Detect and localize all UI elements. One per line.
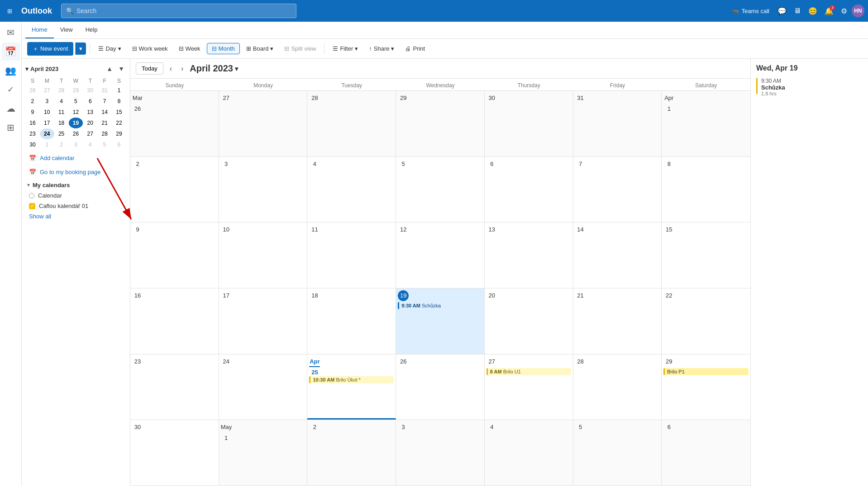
booking-page-link[interactable]: 📅 Go to my booking page: [25, 166, 126, 178]
calendar-cell[interactable]: 17: [219, 288, 308, 354]
mini-cal-day[interactable]: 26: [25, 85, 40, 96]
calendar-cell[interactable]: 21: [573, 288, 662, 354]
calendar-cell[interactable]: 27: [219, 91, 308, 156]
calendar-month-title[interactable]: April 2023 ▾: [190, 63, 238, 74]
mini-cal-day[interactable]: 3: [69, 139, 83, 150]
tab-home[interactable]: Home: [25, 22, 54, 38]
calendar-cell[interactable]: Mar 26: [130, 91, 219, 156]
mini-cal-day[interactable]: 28: [54, 85, 69, 96]
mini-cal-day[interactable]: 10: [40, 107, 54, 118]
mini-cal-day[interactable]: 6: [112, 139, 126, 150]
tab-help[interactable]: Help: [79, 22, 104, 38]
new-event-button[interactable]: ＋ New event: [27, 42, 73, 56]
add-calendar-link[interactable]: 📅 Add calendar: [25, 152, 126, 164]
print-button[interactable]: 🖨 Print: [401, 43, 429, 54]
mini-cal-day[interactable]: 4: [83, 139, 97, 150]
mini-cal-day[interactable]: 17: [40, 118, 54, 128]
settings-button[interactable]: ⚙: [838, 4, 850, 18]
today-button[interactable]: Today: [136, 62, 163, 75]
view-work-week-button[interactable]: ⊟ Work week: [128, 43, 172, 54]
view-board-button[interactable]: ⊞ Board ▾: [242, 43, 278, 54]
calendar-cell[interactable]: 7: [573, 157, 662, 222]
mini-cal-day[interactable]: 7: [97, 96, 112, 107]
mini-cal-day[interactable]: 29: [112, 128, 126, 139]
calendar-cell[interactable]: 6: [662, 420, 750, 486]
calendar-cell[interactable]: Apr 1: [662, 91, 750, 156]
mini-cal-day[interactable]: 27: [40, 85, 54, 96]
nav-calendar[interactable]: 📅: [2, 42, 20, 61]
share-button[interactable]: ↑ Share ▾: [364, 43, 399, 54]
mini-cal-day[interactable]: 11: [54, 107, 69, 118]
view-day-button[interactable]: ☰ Day ▾: [94, 43, 125, 54]
mini-cal-next-button[interactable]: ▼: [116, 64, 126, 73]
nav-people[interactable]: 👥: [2, 61, 20, 80]
calendar-cell[interactable]: 199:30 AM Schůzka: [396, 288, 485, 354]
chat-button[interactable]: 💬: [775, 4, 789, 18]
calendar-cell[interactable]: 29: [396, 91, 485, 156]
calendar-cell[interactable]: 3: [396, 420, 485, 486]
calendar-cell[interactable]: 24: [219, 354, 308, 420]
mini-cal-day[interactable]: 27: [83, 128, 97, 139]
calendar-cell[interactable]: 28: [307, 91, 396, 156]
nav-tasks[interactable]: ✓: [2, 80, 20, 99]
calendar-cell[interactable]: 4: [307, 157, 396, 222]
mini-cal-day[interactable]: 16: [25, 118, 40, 128]
tab-view[interactable]: View: [54, 22, 79, 38]
calendar-cell[interactable]: 10: [219, 222, 308, 288]
calendar-cell[interactable]: 18: [307, 288, 396, 354]
calendar-cell[interactable]: 13: [485, 222, 573, 288]
calendar-cell[interactable]: 5: [573, 420, 662, 486]
new-event-dropdown-button[interactable]: ▾: [75, 42, 86, 55]
mini-cal-day[interactable]: 6: [83, 96, 97, 107]
mini-cal-day[interactable]: 13: [83, 107, 97, 118]
mini-cal-day[interactable]: 24: [40, 128, 54, 139]
mini-cal-day[interactable]: 30: [25, 139, 40, 150]
calendar-cell[interactable]: 30: [130, 420, 219, 486]
nav-onedrive[interactable]: ☁: [2, 99, 20, 118]
search-bar[interactable]: 🔍: [61, 4, 296, 18]
mini-cal-day[interactable]: 30: [83, 85, 97, 96]
calendar-cell[interactable]: 6: [485, 157, 573, 222]
app-grid-button[interactable]: ⊞: [4, 6, 16, 16]
mini-cal-day[interactable]: 31: [97, 85, 112, 96]
show-all-link[interactable]: Show all: [25, 211, 126, 222]
calendar-cell[interactable]: 2: [130, 157, 219, 222]
calendar-cell[interactable]: 20: [485, 288, 573, 354]
calendar-cell[interactable]: May 1: [219, 420, 308, 486]
calendar-event[interactable]: Brilo P1: [663, 368, 749, 375]
calendar-cell[interactable]: 23: [130, 354, 219, 420]
mini-cal-day[interactable]: 9: [25, 107, 40, 118]
calendar-cell[interactable]: 16: [130, 288, 219, 354]
screen-share-button[interactable]: 🖥: [791, 4, 804, 18]
calendar-cell[interactable]: 3: [219, 157, 308, 222]
calendar-cell[interactable]: Apr 2510:30 AM Brilo Úkol *: [307, 354, 396, 420]
nav-apps[interactable]: ⊞: [2, 118, 20, 137]
avatar[interactable]: HN: [852, 5, 864, 17]
calendar-cell[interactable]: 278 AM Brilo U1: [485, 354, 573, 420]
calendar-cell[interactable]: 29Brilo P1: [662, 354, 750, 420]
calendar-cell[interactable]: 31: [573, 91, 662, 156]
mini-cal-day[interactable]: 3: [40, 96, 54, 107]
notifications-button[interactable]: 🔔 3: [822, 4, 836, 18]
right-event-item[interactable]: 9:30 AM Schůzka 1.8 hrs: [756, 78, 863, 96]
search-input[interactable]: [76, 7, 291, 14]
calendar-cell[interactable]: 11: [307, 222, 396, 288]
mini-cal-day[interactable]: 18: [54, 118, 69, 128]
mini-cal-day[interactable]: 22: [112, 118, 126, 128]
calendar-cell[interactable]: 12: [396, 222, 485, 288]
next-month-button[interactable]: ›: [178, 63, 186, 75]
calendar-cell[interactable]: 9: [130, 222, 219, 288]
mini-cal-day[interactable]: 15: [112, 107, 126, 118]
mini-cal-day[interactable]: 29: [69, 85, 83, 96]
mini-cal-day[interactable]: 8: [112, 96, 126, 107]
calendar-cell[interactable]: 15: [662, 222, 750, 288]
calendar-cell[interactable]: 4: [485, 420, 573, 486]
calendar-item-caflou[interactable]: ✓ Caflou kalendář 01: [25, 201, 126, 211]
calendar-event[interactable]: 9:30 AM Schůzka: [398, 302, 482, 309]
teams-call-button[interactable]: 📹 Teams call: [728, 6, 773, 16]
mini-cal-day[interactable]: 23: [25, 128, 40, 139]
feedback-button[interactable]: 😊: [806, 4, 820, 18]
mini-cal-day[interactable]: 28: [97, 128, 112, 139]
calendar-event[interactable]: 10:30 AM Brilo Úkol *: [309, 376, 394, 383]
calendar-cell[interactable]: 30: [485, 91, 573, 156]
